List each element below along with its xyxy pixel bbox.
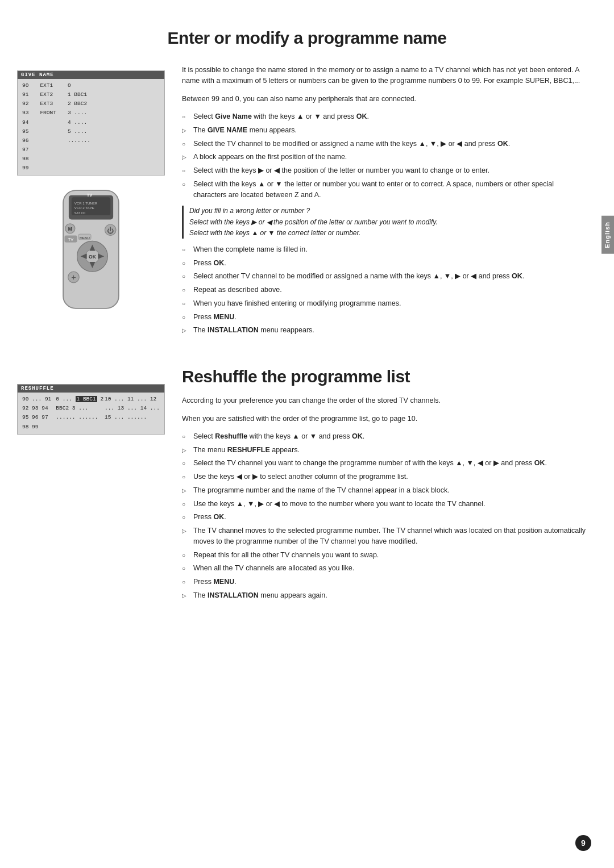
bullet-text: The TV channel moves to the selected pro… <box>193 525 586 547</box>
bullet-circle-icon: ○ <box>182 245 190 254</box>
give-name-row: EXT3 <box>40 99 56 108</box>
bullet-triangle-icon: ▷ <box>182 591 190 600</box>
reshuffle-row <box>63 424 66 430</box>
bullet-triangle-icon: ▷ <box>182 446 190 454</box>
bullet-circle-icon: ○ <box>182 564 190 573</box>
section1-left: GIVE NAME 90 91 92 93 94 95 96 97 98 99 <box>0 65 176 339</box>
bullet-text: Select with the keys ▲ or ▼ the letter o… <box>193 179 586 201</box>
svg-text:M: M <box>68 226 72 232</box>
reshuffle-col3: 10 ... 11 ... 12 ... 13 ... 14 ... 15 ..… <box>105 395 160 432</box>
give-name-header: GIVE NAME <box>18 71 164 79</box>
bullet-item: ○ Repeat as described above. <box>182 285 586 295</box>
svg-text:TV: TV <box>87 193 92 198</box>
give-name-row <box>40 164 56 173</box>
bullet-text: When the complete name is filled in. <box>193 244 308 255</box>
give-name-col2: EXT1 EXT2 EXT3 FRONT <box>40 81 56 173</box>
bullet-item: ▷ The menu RESHUFFLE appears. <box>182 445 586 456</box>
give-name-row <box>40 155 56 164</box>
bullet-item: ▷ The GIVE NAME menu appears. <box>182 125 586 136</box>
give-name-row: 5 .... <box>68 127 90 136</box>
reshuffle-box: RESHUFFLE 90 ... 91 92 93 94 95 96 97 98… <box>17 384 165 435</box>
bullet-circle-icon: ○ <box>182 500 190 508</box>
reshuffle-row: ...... <box>127 414 147 420</box>
section2-right: Reshuffle the programme list According t… <box>176 350 614 604</box>
give-name-row: 97 <box>22 145 28 155</box>
bullet-circle-icon: ○ <box>182 313 190 322</box>
section1-bullet-list2: ○ When the complete name is filled in. ○… <box>182 244 586 336</box>
bullet-item: ○ Select another TV channel to be modifi… <box>182 271 586 282</box>
bullet-circle-icon: ○ <box>182 432 190 441</box>
reshuffle-row: 11 ... <box>127 396 147 402</box>
reshuffle-row highlight-row: 1 BBC1 <box>76 396 97 402</box>
bullet-text: Press MENU. <box>193 312 237 323</box>
reshuffle-row: 94 <box>42 405 48 411</box>
italic-question: Did you fill in a wrong letter or number… <box>189 207 310 215</box>
bullet-item: ○ Use the keys ▲, ▼, ▶ or ◀ to move to t… <box>182 499 586 510</box>
bullet-text: Press OK. <box>193 512 226 523</box>
bullet-circle-icon: ○ <box>182 112 190 121</box>
reshuffle-row <box>156 414 160 420</box>
section2-intro1: According to your preference you can cha… <box>182 395 586 406</box>
section2-intro2: When you are satisfied with the order of… <box>182 414 586 424</box>
reshuffle-row <box>56 424 59 430</box>
bullet-text: Select Give Name with the keys ▲ or ▼ an… <box>193 111 369 122</box>
bullet-text: The GIVE NAME menu appears. <box>193 125 297 136</box>
page-number: 9 <box>575 835 591 851</box>
bullet-item: ▷ The INSTALLATION menu appears again. <box>182 590 586 601</box>
bullet-text: The programme number and the name of the… <box>193 485 450 496</box>
bullet-item: ○ Press OK. <box>182 512 586 523</box>
bullet-circle-icon: ○ <box>182 551 190 560</box>
give-name-row: 2 BBC2 <box>68 99 90 108</box>
bullet-text: Select another TV channel to be modified… <box>193 271 524 282</box>
reshuffle-row: 98 <box>22 424 28 430</box>
bullet-text: The INSTALLATION menu appears again. <box>193 590 327 601</box>
svg-text:VCR 2  TAPE: VCR 2 TAPE <box>74 206 94 210</box>
give-name-row: 91 <box>22 90 28 99</box>
reshuffle-col2: 0 ... 1 BBC1 2 BBC2 3 ... ...... ...... <box>56 395 105 432</box>
give-name-row: 90 <box>22 81 28 90</box>
give-name-row: 96 <box>22 136 28 145</box>
bullet-item: ○ When you have finished entering or mod… <box>182 298 586 309</box>
bullet-item: ○ Press MENU. <box>182 577 586 587</box>
give-name-row <box>40 127 56 136</box>
give-name-row <box>68 164 90 173</box>
give-name-row: FRONT <box>40 108 56 118</box>
svg-text:TV: TV <box>68 237 73 243</box>
reshuffle-row <box>69 424 72 430</box>
reshuffle-row: 95 <box>22 414 28 420</box>
english-tab: English <box>601 216 614 254</box>
give-name-row: 1 BBC1 <box>68 90 90 99</box>
reshuffle-row: ...... <box>78 414 98 420</box>
bullet-circle-icon: ○ <box>182 272 190 281</box>
bullet-text: Select with the keys ▶ or ◀ the position… <box>193 165 489 176</box>
bullet-circle-icon: ○ <box>182 180 190 189</box>
bullet-text: Use the keys ◀ or ▶ to select another co… <box>193 471 408 482</box>
bullet-text: The menu RESHUFFLE appears. <box>193 445 300 456</box>
bullet-text: Select the TV channel you want to change… <box>193 458 547 469</box>
bullet-item: ▷ A block appears on the first position … <box>182 152 586 162</box>
remote-svg: VCR 1 TUNER VCR 2 TAPE SAT CD TV M TV ⏻ <box>40 187 142 312</box>
section2-title: Reshuffle the programme list <box>182 367 586 386</box>
give-name-row <box>68 145 90 155</box>
section2-layout: RESHUFFLE 90 ... 91 92 93 94 95 96 97 98… <box>0 350 614 604</box>
bullet-item: ○ Select the TV channel you want to chan… <box>182 458 586 469</box>
bullet-text: Use the keys ▲, ▼, ▶ or ◀ to move to the… <box>193 499 486 510</box>
reshuffle-row: 0 ... <box>56 396 72 402</box>
give-name-row: EXT1 <box>40 81 56 90</box>
reshuffle-row: 99 <box>32 424 38 430</box>
italic-line1: Select with the keys ▶ or ◀ the position… <box>189 218 438 226</box>
italic-correction-block: Did you fill in a wrong letter or number… <box>182 206 586 239</box>
give-name-content: 90 91 92 93 94 95 96 97 98 99 EXT1 EXT2 <box>18 79 164 175</box>
give-name-row: 94 <box>22 118 28 127</box>
section2-bullet-list: ○ Select Reshuffle with the keys ▲ or ▼ … <box>182 431 586 601</box>
bullet-text: Press MENU. <box>193 577 237 587</box>
give-name-row <box>40 145 56 155</box>
bullet-text: Select Reshuffle with the keys ▲ or ▼ an… <box>193 431 364 442</box>
intro-para1: It is possible to change the name stored… <box>182 65 586 87</box>
reshuffle-row: 15 ... <box>105 414 124 420</box>
bullet-item: ○ Select the TV channel to be modified o… <box>182 139 586 149</box>
bullet-item: ○ Select Reshuffle with the keys ▲ or ▼ … <box>182 431 586 442</box>
give-name-row <box>68 155 90 164</box>
bullet-item: ▷ The INSTALLATION menu reappears. <box>182 325 586 336</box>
bullet-triangle-icon: ▷ <box>182 527 190 535</box>
